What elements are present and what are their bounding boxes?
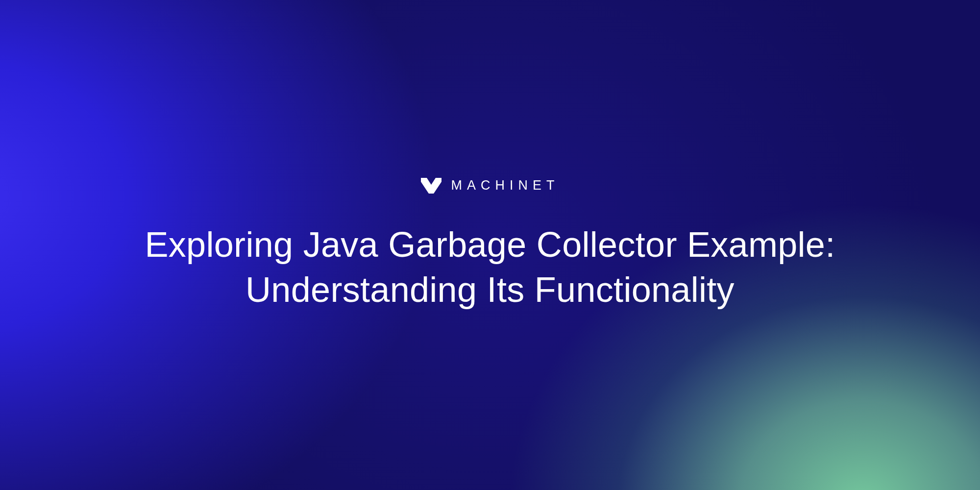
brand-name-text: MACHINET <box>451 178 560 193</box>
brand-wordmark: MACHINET <box>421 178 560 194</box>
machinet-logo-icon <box>421 178 441 194</box>
hero-title: Exploring Java Garbage Collector Example… <box>122 222 858 312</box>
hero-banner: MACHINET Exploring Java Garbage Collecto… <box>0 0 980 490</box>
